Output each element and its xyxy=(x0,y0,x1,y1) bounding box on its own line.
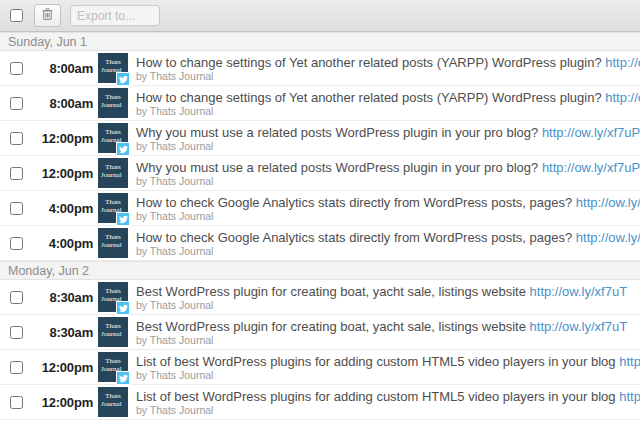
post-link[interactable]: http://ow.ly/xf7uT xyxy=(530,319,628,334)
post-link[interactable]: http://ow.ly/xf7uT xyxy=(530,284,628,299)
row-checkbox[interactable] xyxy=(10,167,23,180)
row-checkbox[interactable] xyxy=(10,396,23,409)
twitter-icon xyxy=(116,72,130,86)
post-time: 8:30am xyxy=(25,325,93,340)
toolbar xyxy=(0,0,640,32)
avatar-label: ThatsJournal xyxy=(98,53,128,74)
avatar-label: ThatsJournal xyxy=(98,158,128,179)
post-author: by Thats Journal xyxy=(136,210,640,222)
post-content: How to check Google Analytics stats dire… xyxy=(136,230,640,257)
avatar: ThatsJournal xyxy=(98,317,128,347)
row-checkbox[interactable] xyxy=(10,62,23,75)
post-author: by Thats Journal xyxy=(136,334,627,346)
avatar: ThatsJournal xyxy=(98,352,128,382)
network-grid-icon xyxy=(116,177,130,191)
avatar-label: ThatsJournal xyxy=(98,282,128,303)
twitter-icon xyxy=(116,301,130,315)
date-section: Sunday, Jun 1 8:00am ThatsJournal How to… xyxy=(0,32,640,261)
select-all-checkbox[interactable] xyxy=(10,9,23,22)
post-row[interactable]: 4:00pm ThatsJournal How to check Google … xyxy=(0,226,640,261)
post-title: List of best WordPress plugins for addin… xyxy=(136,389,640,404)
network-grid-icon xyxy=(116,406,130,420)
avatar: ThatsJournal xyxy=(98,228,128,258)
post-title: How to change settings of Yet another re… xyxy=(136,90,640,105)
post-time: 4:00pm xyxy=(25,201,93,216)
network-grid-icon xyxy=(116,107,130,121)
avatar-label: ThatsJournal xyxy=(98,352,128,373)
avatar-label: ThatsJournal xyxy=(98,317,128,338)
post-link[interactable]: http://ow.ly/xf7uP xyxy=(542,160,640,175)
post-content: How to change settings of Yet another re… xyxy=(136,55,640,82)
avatar: ThatsJournal xyxy=(98,53,128,83)
post-title: List of best WordPress plugins for addin… xyxy=(136,354,640,369)
post-content: List of best WordPress plugins for addin… xyxy=(136,389,640,416)
export-input[interactable] xyxy=(70,5,160,26)
post-link[interactable]: http://ow.ly/xf7uM xyxy=(605,90,640,105)
post-title: Why you must use a related posts WordPre… xyxy=(136,160,640,175)
post-row[interactable]: 8:30am ThatsJournal Best WordPress plugi… xyxy=(0,315,640,350)
trash-icon xyxy=(41,7,54,25)
post-title: Best WordPress plugin for creating boat,… xyxy=(136,284,627,299)
post-link[interactable]: http://ow.ly/xf7uP xyxy=(542,125,640,140)
post-content: How to change settings of Yet another re… xyxy=(136,90,640,117)
avatar-label: ThatsJournal xyxy=(98,88,128,109)
row-checkbox[interactable] xyxy=(10,97,23,110)
row-checkbox[interactable] xyxy=(10,237,23,250)
date-section: Monday, Jun 2 8:30am ThatsJournal Best W… xyxy=(0,261,640,420)
post-link[interactable]: http://ow.ly/xf7uM xyxy=(605,55,640,70)
avatar-label: ThatsJournal xyxy=(98,123,128,144)
twitter-icon xyxy=(116,212,130,226)
post-time: 12:00pm xyxy=(25,395,93,410)
avatar-label: ThatsJournal xyxy=(98,387,128,408)
delete-button[interactable] xyxy=(34,4,61,27)
date-header: Sunday, Jun 1 xyxy=(0,32,640,51)
row-checkbox[interactable] xyxy=(10,326,23,339)
post-row[interactable]: 8:00am ThatsJournal How to change settin… xyxy=(0,86,640,121)
avatar: ThatsJournal xyxy=(98,282,128,312)
post-time: 8:00am xyxy=(25,96,93,111)
post-content: Best WordPress plugin for creating boat,… xyxy=(136,319,627,346)
post-row[interactable]: 12:00pm ThatsJournal Why you must use a … xyxy=(0,121,640,156)
avatar-label: ThatsJournal xyxy=(98,193,128,214)
post-row[interactable]: 12:00pm ThatsJournal List of best WordPr… xyxy=(0,385,640,420)
post-link[interactable]: http://ow.ly/xf7uR xyxy=(576,195,640,210)
post-content: Best WordPress plugin for creating boat,… xyxy=(136,284,627,311)
post-time: 8:30am xyxy=(25,290,93,305)
post-content: List of best WordPress plugins for addin… xyxy=(136,354,640,381)
post-row[interactable]: 4:00pm ThatsJournal How to check Google … xyxy=(0,191,640,226)
post-time: 12:00pm xyxy=(25,360,93,375)
post-author: by Thats Journal xyxy=(136,70,640,82)
avatar: ThatsJournal xyxy=(98,88,128,118)
row-checkbox[interactable] xyxy=(10,361,23,374)
row-checkbox[interactable] xyxy=(10,202,23,215)
post-author: by Thats Journal xyxy=(136,245,640,257)
post-time: 8:00am xyxy=(25,61,93,76)
post-author: by Thats Journal xyxy=(136,140,640,152)
post-title: Best WordPress plugin for creating boat,… xyxy=(136,319,627,334)
post-title: How to change settings of Yet another re… xyxy=(136,55,640,70)
post-content: How to check Google Analytics stats dire… xyxy=(136,195,640,222)
post-title: How to check Google Analytics stats dire… xyxy=(136,195,640,210)
post-content: Why you must use a related posts WordPre… xyxy=(136,125,640,152)
post-content: Why you must use a related posts WordPre… xyxy=(136,160,640,187)
post-time: 4:00pm xyxy=(25,236,93,251)
post-link[interactable]: http://ow.ly/xf7uV xyxy=(619,389,640,404)
post-row[interactable]: 12:00pm ThatsJournal List of best WordPr… xyxy=(0,350,640,385)
post-link[interactable]: http://ow.ly/xf7uR xyxy=(576,230,640,245)
post-link[interactable]: http://ow.ly/xf7uV xyxy=(619,354,640,369)
post-title: Why you must use a related posts WordPre… xyxy=(136,125,640,140)
post-title: How to check Google Analytics stats dire… xyxy=(136,230,640,245)
avatar: ThatsJournal xyxy=(98,158,128,188)
post-row[interactable]: 12:00pm ThatsJournal Why you must use a … xyxy=(0,156,640,191)
twitter-icon xyxy=(116,371,130,385)
post-author: by Thats Journal xyxy=(136,404,640,416)
post-author: by Thats Journal xyxy=(136,369,640,381)
row-checkbox[interactable] xyxy=(10,291,23,304)
post-row[interactable]: 8:30am ThatsJournal Best WordPress plugi… xyxy=(0,280,640,315)
post-author: by Thats Journal xyxy=(136,105,640,117)
post-time: 12:00pm xyxy=(25,166,93,181)
row-checkbox[interactable] xyxy=(10,132,23,145)
post-row[interactable]: 8:00am ThatsJournal How to change settin… xyxy=(0,51,640,86)
post-author: by Thats Journal xyxy=(136,175,640,187)
avatar-label: ThatsJournal xyxy=(98,228,128,249)
